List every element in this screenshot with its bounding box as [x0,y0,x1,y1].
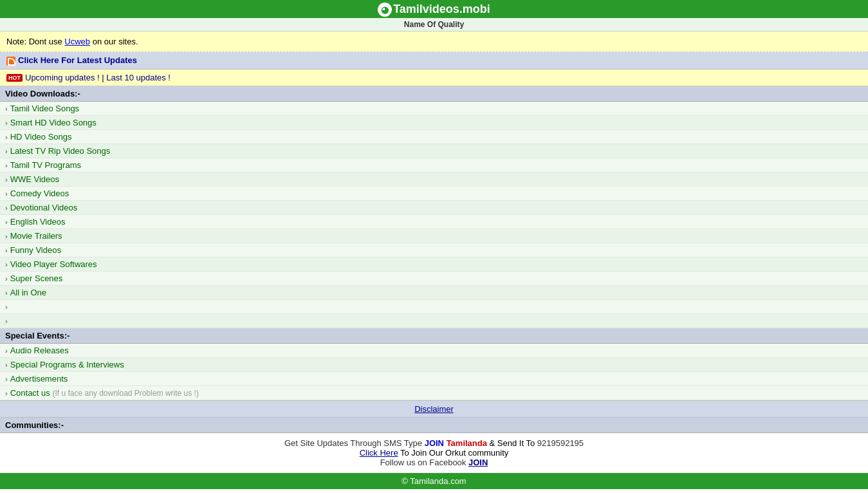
special-events-title: Special Events:- [5,331,69,340]
disclaimer-link[interactable]: Disclaimer [414,404,454,414]
sms-section: Get Site Updates Through SMS Type JOIN T… [0,433,868,473]
video-download-link[interactable]: Video Player Softwares [10,259,97,269]
video-download-link[interactable]: WWE Videos [10,174,59,184]
logo-icon: ◕ [378,3,392,17]
separator: | [100,73,107,82]
subtitle-text: Name Of Quality [404,20,464,29]
orkut-line: Click Here To Join Our Orkut community [5,448,863,458]
arrow-icon: › [5,275,8,283]
video-download-item: ›Devotional Videos [0,201,868,215]
sms-number: 9219592195 [537,438,584,448]
video-download-link[interactable]: Devotional Videos [10,203,78,212]
video-download-link[interactable]: Super Scenes [10,274,63,283]
empty-row-1: › [0,300,868,314]
upcoming-updates-link[interactable]: Upcoming updates ! [25,73,100,82]
video-download-item: ›WWE Videos [0,172,868,187]
arrow-icon: › [5,261,8,268]
video-download-item: ›Comedy Videos [0,187,868,201]
video-download-item: ›All in One [0,286,868,300]
video-download-link[interactable]: Movie Trailers [10,231,62,241]
facebook-prefix: Follow us on Facebook [380,458,468,467]
video-download-item: ›Super Scenes [0,272,868,286]
sms-line: Get Site Updates Through SMS Type JOIN T… [5,438,863,448]
arrow-icon: › [5,176,8,183]
special-event-item: ›Audio Releases [0,344,868,358]
header-bar: ◕Tamilvideos.mobi [0,0,868,18]
video-download-item: ›Funny Videos [0,243,868,257]
arrow-icon: › [5,119,8,127]
video-download-item: ›Tamil TV Programs [0,158,868,172]
communities-title: Communities:- [5,420,64,430]
arrow-icon: › [5,361,8,369]
special-events-header: Special Events:- [0,328,868,344]
notice-text-after: on our sites. [90,37,138,46]
notice-text-before: Note: Dont use [6,37,64,46]
header-logo: ◕Tamilvideos.mobi [0,3,868,17]
special-event-item: ›Advertisements [0,372,868,386]
arrow-icon: › [5,162,8,169]
video-download-link[interactable]: Funny Videos [10,245,61,255]
arrow-icon: › [5,133,8,141]
communities-header: Communities:- [0,418,868,433]
video-download-link[interactable]: Comedy Videos [10,189,69,198]
special-event-link[interactable]: Special Programs & Interviews [10,360,124,369]
header-subtitle: Name Of Quality [0,18,868,32]
video-download-item: ›Latest TV Rip Video Songs [0,144,868,158]
sms-prefix: Get Site Updates Through SMS Type [284,438,425,448]
tamilanda-link[interactable]: Tamilanda.com [410,476,466,486]
video-download-item: ›Video Player Softwares [0,257,868,272]
video-download-link[interactable]: Smart HD Video Songs [10,118,97,127]
video-download-link[interactable]: HD Video Songs [10,132,72,142]
footer-bar: © Tamilanda.com [0,473,868,489]
arrow-icon: › [5,204,8,212]
contact-link[interactable]: Contact us [10,388,50,398]
video-download-link[interactable]: Tamil Video Songs [10,104,79,113]
video-download-item: ›English Videos [0,215,868,229]
arrow-icon: › [5,289,8,297]
arrow-icon: › [5,303,8,311]
last-10-updates-link[interactable]: Last 10 updates ! [106,73,171,82]
arrow-icon: › [5,347,8,355]
video-download-link[interactable]: Tamil TV Programs [10,160,81,170]
rss-bar: Click Here For Latest Updates [0,52,868,70]
sms-name: Tamilanda [447,438,487,448]
hot-bar: HOTUpcoming updates ! | Last 10 updates … [0,70,868,86]
sms-suffix: & Send It To [487,438,537,448]
sms-join: JOIN [425,438,444,448]
video-download-link[interactable]: All in One [10,288,46,297]
hot-badge: HOT [6,74,23,82]
special-event-link[interactable]: Advertisements [10,374,68,384]
arrow-icon: › [5,218,8,226]
facebook-join-link[interactable]: JOIN [468,458,488,467]
rss-icon [6,57,15,66]
arrow-icon: › [5,389,8,397]
special-event-link[interactable]: Audio Releases [10,346,69,355]
facebook-line: Follow us on Facebook JOIN [5,458,863,467]
ucweb-link[interactable]: Ucweb [64,37,90,46]
video-downloads-list: ›Tamil Video Songs›Smart HD Video Songs›… [0,102,868,300]
contact-note: (If u face any download Problem write us… [52,389,198,398]
video-downloads-title: Video Downloads:- [5,89,80,98]
arrow-icon: › [5,190,8,198]
special-events-list: ›Audio Releases›Special Programs & Inter… [0,344,868,386]
latest-updates-link[interactable]: Click Here For Latest Updates [18,55,137,65]
video-downloads-header: Video Downloads:- [0,86,868,102]
orkut-link[interactable]: Click Here [360,448,398,458]
orkut-suffix: To Join Our Orkut community [398,448,509,458]
disclaimer-bar: Disclaimer [0,400,868,418]
arrow-icon: › [5,317,8,325]
arrow-icon: › [5,147,8,155]
arrow-icon: › [5,232,8,240]
video-download-item: ›Smart HD Video Songs [0,116,868,130]
arrow-icon: › [5,247,8,254]
arrow-icon: › [5,105,8,113]
video-download-item: ›Movie Trailers [0,229,868,243]
empty-row-2: › [0,314,868,328]
video-download-item: ›HD Video Songs [0,130,868,144]
video-download-link[interactable]: English Videos [10,217,66,227]
footer-copy: © [402,476,408,486]
notice-bar: Note: Dont use Ucweb on our sites. [0,32,868,52]
arrow-icon: › [5,375,8,383]
special-event-item: ›Special Programs & Interviews [0,358,868,372]
video-download-link[interactable]: Latest TV Rip Video Songs [10,146,111,156]
